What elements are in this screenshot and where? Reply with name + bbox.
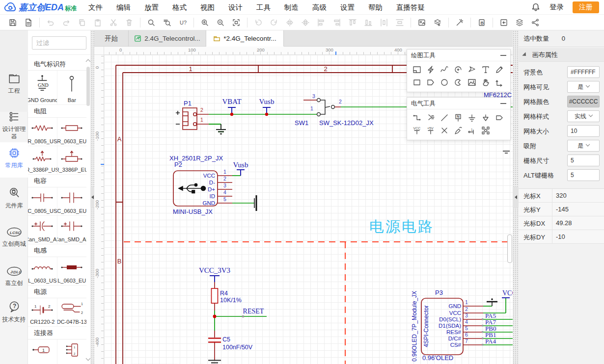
tab-start[interactable]: 开始 xyxy=(94,30,129,47)
menu-view[interactable]: 视图 xyxy=(193,0,221,15)
tab-schematic-modified[interactable]: *2.4G_Telecontr... xyxy=(206,30,284,47)
zoom-fit-icon[interactable] xyxy=(230,16,243,29)
align-top-icon[interactable] xyxy=(346,16,359,29)
sheet-frame-tool-icon[interactable] xyxy=(410,63,424,76)
notification-bell-icon[interactable] xyxy=(531,2,541,12)
component-p3-oled[interactable]: P3 4SPI-Connector GND VCC D0(SCL) D1(SDA… xyxy=(411,289,483,362)
zoom-in-icon[interactable] xyxy=(198,16,211,29)
library-item-header-3pin[interactable]: 12 xyxy=(57,339,87,364)
netport-tool-icon[interactable]: 1 xyxy=(465,124,479,137)
text-tool-icon[interactable] xyxy=(479,63,493,76)
p2-ref[interactable]: P2 xyxy=(174,161,182,168)
section-capacitors[interactable]: 电容 xyxy=(28,175,86,187)
drag-hand-tool-icon[interactable] xyxy=(479,76,493,89)
plus5v-flag-tool-icon[interactable]: +5V xyxy=(424,124,438,137)
ground-triangle-tool-icon[interactable] xyxy=(479,111,493,124)
netflag-tool-icon[interactable] xyxy=(493,111,506,124)
origin-tool-icon[interactable] xyxy=(493,76,506,89)
library-item-dc-jack[interactable]: 12 DC-047B-13 xyxy=(57,298,87,326)
align-right-icon[interactable] xyxy=(330,16,343,29)
alt-snap-input[interactable]: 5 xyxy=(567,169,600,181)
unit-toggle-icon[interactable]: U? xyxy=(176,16,189,29)
circle-tool-icon[interactable] xyxy=(438,76,451,89)
p1-ref[interactable]: P1 xyxy=(184,100,192,107)
menu-advanced[interactable]: 高级 xyxy=(305,0,333,15)
distribute-horizontal-icon[interactable] xyxy=(378,16,390,29)
menu-live-support[interactable]: 直播答疑 xyxy=(389,0,432,15)
app-logo[interactable]: 嘉立创EDA 标准 xyxy=(0,1,82,13)
flip-vertical-icon[interactable] xyxy=(299,16,312,29)
save-icon[interactable] xyxy=(22,16,35,29)
component-p1-connector[interactable]: P1 2 1 XH_2501R_2P_JX xyxy=(169,100,223,162)
group-tool-icon[interactable] xyxy=(479,124,493,137)
import-changes-icon[interactable] xyxy=(497,16,510,29)
scrollbar-thumb[interactable] xyxy=(507,234,512,263)
library-item-c-0603-eu[interactable]: C_0603_EU xyxy=(57,187,87,215)
library-item-conn-1pin[interactable]: 1 xyxy=(28,339,57,364)
menu-file[interactable]: 文件 xyxy=(82,0,110,15)
gnd-symbol-p1[interactable] xyxy=(209,124,226,134)
menu-fabrication[interactable]: 制造 xyxy=(277,0,305,15)
theme-switch-icon[interactable] xyxy=(431,16,444,29)
polyline-tool-icon[interactable] xyxy=(424,63,438,76)
component-r4-resistor[interactable]: R4 10K/1% xyxy=(212,282,242,311)
redo-icon[interactable] xyxy=(60,16,73,29)
pie-tool-icon[interactable] xyxy=(451,76,465,89)
rotate-ccw-icon[interactable] xyxy=(252,16,265,29)
sidebar-item-common-library[interactable]: 常用库 xyxy=(0,147,28,169)
cut-icon[interactable] xyxy=(107,16,120,29)
library-item-c-0805-us[interactable]: C_0805_US xyxy=(28,187,57,215)
grid-style-select[interactable]: 实线 xyxy=(567,110,600,122)
wire-tool-icon[interactable] xyxy=(410,111,424,124)
undo-icon[interactable] xyxy=(44,16,57,29)
library-item-bar[interactable]: Bar xyxy=(57,71,87,104)
grid-color-swatch[interactable]: #CCCCCC xyxy=(567,96,600,107)
section-inductors[interactable]: 电感 xyxy=(28,244,86,257)
new-document-icon[interactable] xyxy=(6,16,19,29)
menu-edit[interactable]: 编辑 xyxy=(110,0,137,15)
screenshot-icon[interactable] xyxy=(415,16,428,29)
sidebar-item-jlc[interactable]: J@LC 嘉立创 xyxy=(0,266,28,287)
bezier-tool-icon[interactable] xyxy=(438,63,451,76)
background-color-input[interactable]: #FFFFFF xyxy=(567,66,600,78)
net-flag-vusb-2[interactable]: Vusb xyxy=(232,161,248,176)
component-c5-capacitor[interactable]: C5 100nF/50V xyxy=(208,331,253,361)
net-label-reset[interactable]: RESET xyxy=(243,308,264,315)
sidebar-item-lcsc-mall[interactable]: LCSC 立创商城 xyxy=(0,227,28,248)
net-flag-vcc3v3[interactable]: VCC_3V3 xyxy=(199,266,230,282)
netlabel-tool-icon[interactable]: N xyxy=(451,111,465,124)
grid-size-input[interactable]: 10 xyxy=(567,125,600,137)
scroll-up-icon[interactable] xyxy=(86,59,91,64)
copy-icon[interactable] xyxy=(76,16,88,29)
no-connect-tool-icon[interactable] xyxy=(438,124,451,137)
zoom-out-icon[interactable] xyxy=(214,16,227,29)
scroll-down-icon[interactable] xyxy=(86,356,91,361)
layer-manager-icon[interactable] xyxy=(513,16,526,29)
find-similar-icon[interactable] xyxy=(161,16,173,29)
p2-name[interactable]: MINI-USB_JX xyxy=(173,208,213,215)
ground-tool-icon[interactable] xyxy=(465,111,479,124)
section-resistors[interactable]: 电阻 xyxy=(28,105,86,118)
library-item-r-0805-us[interactable]: R_0805_US xyxy=(28,118,57,146)
drawing-tools-titlebar[interactable]: 绘图工具 xyxy=(407,50,510,61)
menu-settings[interactable]: 设置 xyxy=(333,0,361,15)
snap-size-input[interactable]: 5 xyxy=(567,155,600,166)
register-button[interactable]: 注册 xyxy=(573,1,599,13)
p3-ref[interactable]: P3 xyxy=(435,289,443,296)
search-icon[interactable] xyxy=(145,16,158,29)
magic-wand-icon[interactable] xyxy=(453,16,466,29)
login-link[interactable]: 登录 xyxy=(549,2,564,12)
delete-icon[interactable] xyxy=(123,16,136,29)
collapse-right-handle[interactable] xyxy=(513,186,519,208)
sw1-name[interactable]: SW_SK-12D02_JX xyxy=(319,119,374,127)
sw1-ref[interactable]: SW1 xyxy=(295,119,308,127)
electrical-tools-titlebar[interactable]: 电气工具 xyxy=(407,98,510,109)
menu-place[interactable]: 放置 xyxy=(137,0,165,15)
sidebar-item-component-library[interactable]: 元件库 xyxy=(0,186,28,209)
bom-icon[interactable]: B xyxy=(475,16,488,29)
sidebar-item-design-manager[interactable]: 设计管理器 xyxy=(0,111,28,140)
filter-input[interactable] xyxy=(32,36,86,50)
arrow-tool-icon[interactable] xyxy=(465,63,479,76)
grid-visible-select[interactable]: 是 xyxy=(567,81,600,93)
snap-select[interactable]: 是 xyxy=(567,140,600,152)
